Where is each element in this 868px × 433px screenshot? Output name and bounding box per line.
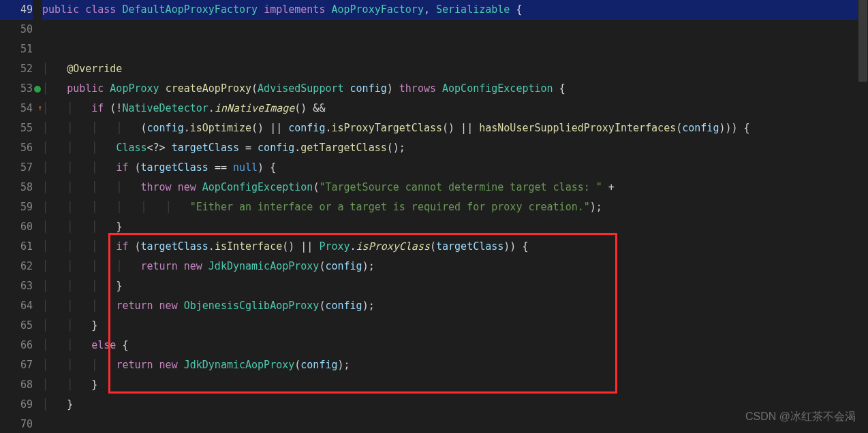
code-line[interactable]: │ │ │ if (targetClass.isInterface() || P… — [42, 237, 868, 257]
line-number: 61 — [20, 240, 33, 253]
line-number: 57 — [20, 161, 33, 174]
scrollbar-thumb[interactable] — [858, 0, 867, 82]
code-line[interactable]: │ │ │ Class<?> targetClass = config.getT… — [42, 138, 868, 158]
line-number: 67 — [20, 359, 33, 371]
code-line[interactable]: │ │ │ return new ObjenesisCglibAopProxy(… — [42, 296, 868, 316]
line-number: 69 — [20, 398, 33, 411]
code-line[interactable]: │ │ │ │ throw new AopConfigException("Ta… — [42, 178, 868, 197]
code-line[interactable] — [42, 39, 868, 59]
code-line[interactable]: │ } — [42, 395, 868, 415]
code-line[interactable]: │ │ } — [42, 375, 868, 395]
line-number: 64 — [20, 300, 33, 312]
code-line[interactable]: │ │ else { — [42, 336, 868, 355]
line-number-gutter: 4950515253↑54555657585960616263646566676… — [0, 0, 42, 433]
line-number: 65 — [20, 319, 33, 332]
code-area[interactable]: public class DefaultAopProxyFactory impl… — [42, 0, 868, 433]
line-number: 49 — [20, 3, 33, 16]
code-line[interactable]: │ │ │ │ │ │ "Either an interface or a ta… — [42, 197, 868, 217]
code-line[interactable]: │ │ if (!NativeDetector.inNativeImage() … — [42, 99, 868, 118]
line-number: 55 — [20, 122, 33, 134]
line-number: 50 — [20, 23, 33, 35]
code-line[interactable]: public class DefaultAopProxyFactory impl… — [42, 0, 868, 20]
code-line[interactable]: │ │ │ } — [42, 276, 868, 296]
line-number: 59 — [20, 201, 33, 213]
line-number: 66 — [20, 339, 33, 351]
line-number: 52 — [20, 63, 33, 75]
line-number: 62 — [20, 260, 33, 272]
code-editor[interactable]: 4950515253↑54555657585960616263646566676… — [0, 0, 868, 433]
line-number: 63 — [20, 280, 33, 292]
code-line[interactable]: │ @Override — [42, 59, 868, 79]
line-number: 60 — [20, 221, 33, 233]
code-line[interactable]: │ │ │ │ (config.isOptimize() || config.i… — [42, 118, 868, 138]
line-number: 70 — [20, 418, 33, 430]
code-line[interactable]: │ │ │ │ return new JdkDynamicAopProxy(co… — [42, 257, 868, 276]
line-number: 56 — [20, 142, 33, 154]
line-number: 58 — [20, 181, 33, 193]
code-line[interactable] — [42, 20, 868, 39]
line-number: 53 — [20, 82, 33, 95]
code-line[interactable]: │ │ } — [42, 316, 868, 336]
code-line[interactable]: │ │ │ return new JdkDynamicAopProxy(conf… — [42, 355, 868, 375]
line-number: 68 — [20, 379, 33, 391]
code-line[interactable] — [42, 415, 868, 433]
vertical-scrollbar[interactable] — [858, 0, 868, 433]
line-number: 54 — [20, 102, 33, 114]
override-gutter-icon[interactable]: ↑ — [34, 79, 41, 118]
code-line[interactable]: │ │ │ } — [42, 217, 868, 237]
code-line[interactable]: │ │ │ if (targetClass == null) { — [42, 158, 868, 178]
line-number: 51 — [20, 43, 33, 55]
code-line[interactable]: │ public AopProxy createAopProxy(Advised… — [42, 79, 868, 99]
